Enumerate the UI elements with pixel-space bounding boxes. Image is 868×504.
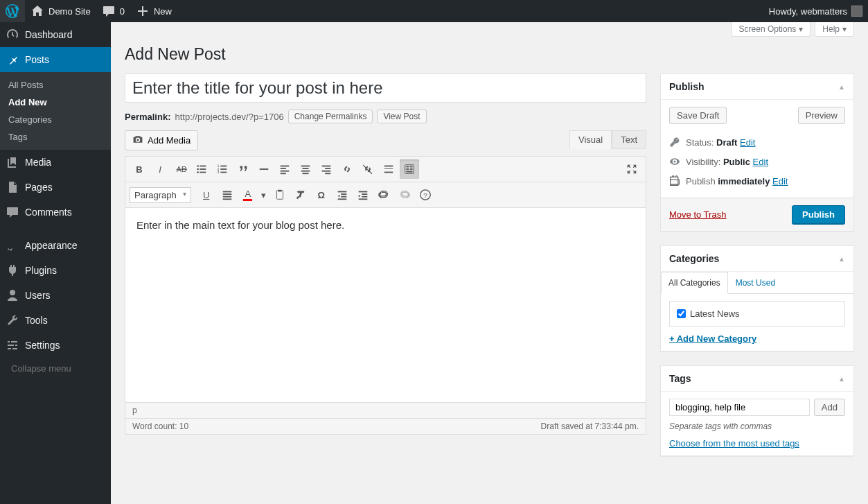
help-button[interactable]: ? bbox=[416, 185, 435, 205]
menu-media[interactable]: Media bbox=[0, 150, 111, 175]
help-tab[interactable]: Help ▾ bbox=[815, 22, 854, 37]
menu-settings[interactable]: Settings bbox=[0, 333, 111, 358]
menu-appearance[interactable]: Appearance bbox=[0, 233, 111, 258]
edit-schedule-link[interactable]: Edit bbox=[772, 176, 788, 186]
underline-button[interactable]: U bbox=[197, 185, 216, 205]
hr-button[interactable] bbox=[254, 159, 274, 179]
justify-button[interactable] bbox=[218, 185, 237, 205]
chevron-up-icon: ▲ bbox=[838, 83, 845, 91]
link-button[interactable] bbox=[337, 159, 357, 179]
menu-users[interactable]: Users bbox=[0, 283, 111, 308]
wp-logo[interactable] bbox=[0, 0, 25, 22]
preview-button[interactable]: Preview bbox=[798, 107, 845, 124]
fullscreen-button[interactable] bbox=[622, 159, 641, 179]
svg-point-6 bbox=[197, 171, 199, 173]
visibility-row: Visibility: Public Edit bbox=[669, 152, 845, 171]
sub-tags[interactable]: Tags bbox=[0, 128, 111, 146]
italic-button[interactable]: I bbox=[150, 159, 170, 179]
comments-count: 0 bbox=[120, 6, 125, 17]
svg-rect-38 bbox=[222, 196, 231, 198]
align-right-button[interactable] bbox=[317, 159, 336, 179]
menu-plugins[interactable]: Plugins bbox=[0, 258, 111, 283]
bullet-list-button[interactable] bbox=[192, 159, 211, 179]
special-char-button[interactable]: Ω bbox=[312, 185, 331, 205]
change-permalinks-button[interactable]: Change Permalinks bbox=[288, 110, 373, 123]
indent-button[interactable] bbox=[353, 185, 373, 205]
svg-rect-49 bbox=[358, 198, 367, 200]
align-left-button[interactable] bbox=[275, 159, 294, 179]
svg-rect-13 bbox=[220, 172, 227, 173]
menu-comments[interactable]: Comments bbox=[0, 200, 111, 225]
outdent-button[interactable] bbox=[333, 185, 352, 205]
numbered-list-button[interactable]: 123 bbox=[213, 159, 232, 179]
category-item[interactable]: Latest News bbox=[677, 309, 838, 319]
readmore-button[interactable] bbox=[379, 159, 398, 179]
editor-box: B I ABC 123 bbox=[125, 156, 646, 419]
tags-input[interactable] bbox=[669, 399, 810, 416]
plug-icon bbox=[6, 263, 19, 277]
svg-rect-18 bbox=[281, 173, 286, 174]
undo-button[interactable] bbox=[374, 185, 393, 205]
svg-rect-11 bbox=[220, 168, 227, 170]
menu-label: Pages bbox=[25, 182, 53, 193]
visual-tab[interactable]: Visual bbox=[569, 130, 612, 149]
add-media-button[interactable]: Add Media bbox=[125, 130, 198, 150]
choose-tags-link[interactable]: Choose from the most used tags bbox=[669, 438, 799, 449]
menu-dashboard[interactable]: Dashboard bbox=[0, 22, 111, 47]
svg-rect-41 bbox=[278, 190, 281, 192]
add-tag-button[interactable]: Add bbox=[814, 399, 845, 416]
clear-format-button[interactable] bbox=[291, 185, 310, 205]
sub-all-posts[interactable]: All Posts bbox=[0, 76, 111, 94]
text-tab[interactable]: Text bbox=[612, 130, 646, 149]
category-checkbox[interactable] bbox=[677, 309, 686, 318]
svg-text:3: 3 bbox=[218, 171, 220, 174]
textcolor-dropdown[interactable]: ▾ bbox=[259, 185, 269, 205]
svg-rect-7 bbox=[200, 172, 206, 173]
align-center-button[interactable] bbox=[296, 159, 315, 179]
textcolor-button[interactable]: A bbox=[238, 185, 258, 205]
chevron-down-icon: ▾ bbox=[842, 24, 847, 34]
collapse-menu[interactable]: Collapse menu bbox=[0, 358, 111, 379]
sub-categories[interactable]: Categories bbox=[0, 111, 111, 128]
edit-visibility-link[interactable]: Edit bbox=[753, 157, 768, 167]
most-used-tab[interactable]: Most Used bbox=[728, 272, 783, 294]
toolbar-toggle-button[interactable] bbox=[400, 159, 419, 179]
strikethrough-button[interactable]: ABC bbox=[171, 159, 191, 179]
sub-add-new[interactable]: Add New bbox=[0, 94, 111, 111]
paste-text-button[interactable] bbox=[270, 185, 290, 205]
categories-metabox: Categories▲ All Categories Most Used Lat… bbox=[660, 245, 854, 351]
bold-button[interactable]: B bbox=[130, 159, 149, 179]
edit-status-link[interactable]: Edit bbox=[740, 137, 755, 148]
site-name-link[interactable]: Demo Site bbox=[25, 0, 96, 22]
user-account-link[interactable]: Howdy, webmatters bbox=[763, 0, 868, 22]
svg-rect-14 bbox=[260, 168, 269, 170]
screen-options-tab[interactable]: Screen Options ▾ bbox=[732, 22, 811, 37]
post-title-input[interactable] bbox=[125, 73, 646, 103]
menu-tools[interactable]: Tools bbox=[0, 308, 111, 333]
redo-button[interactable] bbox=[395, 185, 414, 205]
view-post-button[interactable]: View Post bbox=[377, 110, 426, 123]
all-categories-tab[interactable]: All Categories bbox=[661, 272, 728, 294]
save-draft-button[interactable]: Save Draft bbox=[669, 107, 727, 124]
new-content-link[interactable]: New bbox=[130, 0, 177, 22]
editor-body[interactable]: Enter in the main text for your blog pos… bbox=[125, 208, 646, 402]
svg-rect-5 bbox=[200, 168, 206, 170]
tags-hint: Separate tags with commas bbox=[669, 422, 845, 431]
comments-link[interactable]: 0 bbox=[96, 0, 130, 22]
publish-button[interactable]: Publish bbox=[792, 205, 845, 224]
add-category-link[interactable]: + Add New Category bbox=[669, 333, 756, 344]
menu-pages[interactable]: Pages bbox=[0, 175, 111, 200]
menu-posts[interactable]: Posts bbox=[0, 47, 111, 72]
tags-header[interactable]: Tags▲ bbox=[661, 366, 853, 392]
svg-rect-47 bbox=[362, 193, 367, 195]
categories-header[interactable]: Categories▲ bbox=[661, 246, 853, 272]
howdy-text: Howdy, webmatters bbox=[769, 6, 847, 17]
publish-header[interactable]: Publish▲ bbox=[661, 74, 853, 100]
dashboard-icon bbox=[6, 28, 19, 42]
unlink-button[interactable] bbox=[358, 159, 378, 179]
format-select[interactable]: Paragraph bbox=[130, 187, 191, 203]
menu-label: Plugins bbox=[25, 265, 57, 276]
blockquote-button[interactable] bbox=[233, 159, 253, 179]
move-to-trash-link[interactable]: Move to Trash bbox=[669, 209, 726, 220]
key-icon bbox=[669, 137, 680, 148]
